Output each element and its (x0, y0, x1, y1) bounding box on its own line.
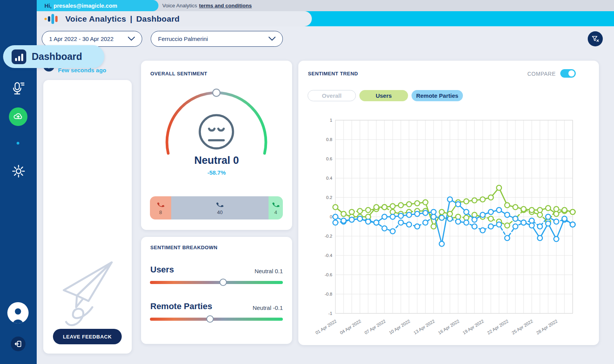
negative-calls-segment[interactable]: 8 (150, 196, 171, 219)
top-strip: Hi, presales@imagicle.com Voice Analytic… (37, 0, 614, 11)
terms-link[interactable]: terms and conditions (199, 3, 252, 9)
cloud-upload-button[interactable] (9, 107, 27, 126)
svg-text:19 Apr 2022: 19 Apr 2022 (462, 319, 485, 335)
person-icon (7, 302, 29, 323)
microphone-icon (10, 80, 27, 97)
sidebar-item-recordings[interactable] (0, 80, 37, 97)
bar-chart-icon (12, 49, 26, 64)
svg-text:0.6: 0.6 (326, 156, 332, 161)
slider-knob[interactable] (206, 315, 214, 323)
overall-sentiment-delta: -58.7% (141, 169, 292, 176)
users-sentiment-slider (150, 281, 283, 284)
positive-calls-segment[interactable]: 4 (269, 196, 283, 219)
neutral-call-count: 40 (217, 209, 223, 215)
clear-filters-button[interactable] (588, 31, 603, 46)
sidebar-item-dashboard[interactable]: Dashboard (3, 45, 104, 68)
svg-text:16 Apr 2022: 16 Apr 2022 (437, 319, 460, 335)
card-title: SENTIMENT BREAKDOWN (150, 245, 218, 250)
svg-text:-0.8: -0.8 (325, 292, 332, 296)
sentiment-gauge (157, 83, 276, 156)
gauge-knob (213, 89, 220, 97)
tab-overall[interactable]: Overall (308, 90, 356, 101)
card-title: OVERALL SENTIMENT (150, 71, 207, 77)
neutral-calls-segment[interactable]: 40 (171, 196, 269, 219)
app-name: Voice Analytics (65, 14, 126, 23)
series-filter-tabs: Overall Users Remote Parties (308, 90, 463, 101)
svg-text:22 Apr 2022: 22 Apr 2022 (486, 319, 509, 335)
header-band: Voice Analytics|Dashboard (37, 11, 614, 26)
svg-text:-1: -1 (328, 311, 332, 316)
svg-text:13 Apr 2022: 13 Apr 2022 (413, 319, 435, 335)
remote-parties-sentiment-slider (150, 318, 283, 321)
leave-feedback-button[interactable]: LEAVE FEEDBACK (53, 329, 122, 344)
overall-sentiment-value: Neutral 0 (141, 155, 292, 167)
gear-icon (11, 163, 26, 179)
breakdown-row-value: Neutral 0.1 (255, 268, 283, 274)
svg-text:-0.6: -0.6 (325, 272, 332, 277)
card-title: SENTIMENT TREND (308, 71, 358, 77)
logout-icon (14, 340, 22, 348)
svg-text:0: 0 (330, 214, 332, 219)
page-title: Voice Analytics|Dashboard (65, 14, 180, 24)
overall-sentiment-card: OVERALL SENTIMENT Neutral 0 -58.7% 8 (141, 61, 292, 230)
call-distribution-bar: 8 40 4 (150, 196, 283, 219)
user-greeting: Hi, presales@imagicle.com (37, 0, 158, 11)
user-filter-value: Ferruccio Palmerini (158, 36, 208, 42)
svg-text:28 Apr 2022: 28 Apr 2022 (536, 319, 558, 335)
user-email: presales@imagicle.com (54, 3, 117, 9)
svg-text:07 Apr 2022: 07 Apr 2022 (364, 319, 386, 335)
greeting-prefix: Hi, (44, 3, 52, 9)
paper-plane-doodle (57, 258, 119, 327)
notification-dot (17, 142, 19, 145)
date-range-dropdown[interactable]: 1 Apr 2022 - 30 Apr 2022 (42, 31, 142, 47)
breakdown-row-label: Remote Parties (150, 301, 212, 311)
sidebar-item-settings[interactable] (0, 163, 37, 179)
cloud-upload-icon (13, 111, 24, 122)
feedback-card: LEAVE FEEDBACK (43, 80, 132, 354)
title-separator: | (130, 14, 132, 23)
user-avatar[interactable] (7, 302, 29, 323)
sentiment-trend-chart[interactable]: 10.80.60.40.20-0.2-0.4-0.6-0.8-101 Apr 2… (308, 115, 590, 345)
imagicle-logo (44, 13, 60, 25)
svg-text:0.2: 0.2 (326, 195, 332, 200)
toggle-knob (568, 70, 575, 77)
svg-text:10 Apr 2022: 10 Apr 2022 (388, 319, 411, 335)
neutral-face-icon (200, 115, 233, 148)
filter-clear-icon (592, 35, 599, 43)
svg-text:25 Apr 2022: 25 Apr 2022 (511, 319, 534, 335)
svg-text:-0.4: -0.4 (325, 253, 332, 258)
sentiment-trend-card: SENTIMENT TREND COMPARE Overall Users Re… (298, 61, 599, 345)
sentiment-breakdown-card: SENTIMENT BREAKDOWN Users Neutral 0.1 Re… (141, 237, 292, 344)
chevron-down-icon (128, 37, 135, 41)
compare-toggle[interactable] (560, 69, 576, 78)
phone-icon (216, 201, 224, 209)
chevron-down-icon (269, 37, 276, 41)
breakdown-row-value: Neutral -0.1 (253, 304, 283, 311)
phone-icon (157, 201, 165, 209)
user-filter-dropdown[interactable]: Ferruccio Palmerini (151, 31, 283, 47)
header-title-block: Voice Analytics|Dashboard (37, 11, 312, 26)
svg-text:0.4: 0.4 (326, 176, 333, 180)
tab-users[interactable]: Users (359, 90, 408, 101)
svg-text:1: 1 (330, 118, 332, 122)
terms-app-text: Voice Analytics (162, 3, 197, 9)
phone-icon (272, 201, 280, 209)
active-nav-label: Dashboard (32, 51, 82, 62)
compare-label: COMPARE (527, 71, 556, 77)
date-range-value: 1 Apr 2022 - 30 Apr 2022 (49, 36, 114, 42)
negative-call-count: 8 (159, 209, 162, 215)
svg-text:04 Apr 2022: 04 Apr 2022 (339, 319, 362, 335)
page-name: Dashboard (136, 14, 180, 23)
logout-button[interactable] (11, 337, 26, 351)
tab-remote-parties[interactable]: Remote Parties (412, 90, 463, 101)
svg-text:0.8: 0.8 (326, 137, 332, 142)
slider-knob[interactable] (219, 279, 227, 286)
svg-text:-0.2: -0.2 (325, 234, 332, 238)
terms-area: Voice Analytics terms and conditions (162, 0, 252, 11)
breakdown-row-label: Users (150, 265, 174, 275)
svg-text:01 Apr 2022: 01 Apr 2022 (315, 319, 337, 335)
positive-call-count: 4 (274, 209, 277, 215)
